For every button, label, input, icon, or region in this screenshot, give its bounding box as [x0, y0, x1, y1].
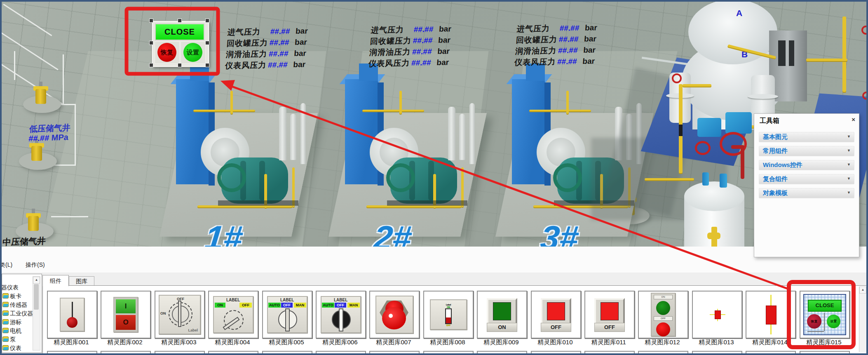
palette-item-015[interactable]: CLOSE 恢复 设置	[800, 291, 850, 339]
palette-item-next-row[interactable]	[101, 351, 151, 354]
toolbox-close-icon[interactable]: ×	[852, 116, 855, 123]
folder-icon	[3, 294, 9, 299]
palette-item-next-row[interactable]	[746, 351, 796, 354]
palette-item-011[interactable]: OFF	[584, 291, 635, 339]
selection-handle[interactable]	[149, 41, 153, 45]
selection-handle[interactable]	[178, 63, 182, 67]
palette-item-next-row[interactable]	[155, 351, 205, 354]
toolbox-item-1[interactable]: 常用组件▼	[759, 146, 854, 156]
palette-item-next-row[interactable]	[423, 351, 474, 354]
pressure-value: ##.##	[413, 36, 436, 45]
palette-item-next-row[interactable]	[531, 351, 581, 354]
palette-item-008[interactable]: LabelONOFFLabelONOFFLabelONOFFLabelONOFF	[423, 291, 474, 339]
palette-item-next-row[interactable]	[477, 351, 527, 354]
close-button[interactable]: CLOSE	[155, 24, 204, 40]
palette-item-next-row[interactable]	[262, 351, 312, 354]
yellow-pipe	[683, 84, 711, 87]
blue-pump	[725, 112, 752, 134]
dropdown-arrow-icon: ▼	[847, 176, 851, 181]
restore-cell: 恢复	[155, 41, 180, 64]
palette-item-009[interactable]: ON	[477, 291, 527, 339]
palette-item-label: 精灵图库008	[420, 339, 475, 346]
tree-item-6[interactable]: 仪表	[3, 345, 21, 353]
tree-scrollbar[interactable]: ▲	[33, 276, 40, 350]
scrollbar-thumb[interactable]	[34, 284, 39, 310]
palette-item-001[interactable]	[47, 291, 97, 339]
scene-3d-view[interactable]: 低压储气井 ##.## MPa 中压储气井 1# 2	[2, 2, 866, 247]
placed-close-widget[interactable]: CLOSE 恢复 设置	[152, 21, 209, 67]
red-pipe	[731, 145, 744, 149]
palette-item-next-row[interactable]	[638, 351, 688, 354]
gray-vessel	[448, 107, 455, 160]
palette-item-next-row[interactable]	[369, 351, 420, 354]
palette-item-010[interactable]: OFF	[531, 291, 581, 339]
palette-item-next-row[interactable]	[692, 351, 742, 354]
pressure-row: 回收罐压力##.## bar	[370, 35, 451, 47]
compressor-skid: 2#	[338, 63, 486, 247]
tank-a-letter: A	[736, 8, 742, 18]
selection-handle[interactable]	[205, 19, 209, 23]
toolbox-panel: 工具箱 × 基本图元▼常用组件▼Windows控件▼复合组件▼对象模板▼	[754, 113, 859, 257]
menu-operate[interactable]: 操作(S)	[26, 261, 45, 269]
selection-handle[interactable]	[205, 63, 209, 67]
palette-content: 精灵图库001IO精灵图库002 OFF ON Label 精灵图库003 LA…	[42, 285, 868, 354]
push-button-icon: OFF	[541, 298, 571, 323]
yellow-pipe	[566, 91, 569, 115]
compressor-number: 1#	[203, 219, 244, 247]
palette-item-next-row[interactable]	[208, 351, 258, 354]
gray-vessel	[290, 114, 296, 160]
skid-base	[218, 200, 298, 206]
coupling-ring	[217, 163, 246, 192]
tree-item-4[interactable]: 电机	[3, 327, 21, 336]
gray-vessel	[469, 103, 475, 164]
compressor-number: 3#	[539, 219, 580, 247]
palette-item-014[interactable]	[746, 291, 796, 339]
scroll-up-icon: ▲	[35, 278, 38, 282]
scroll-up-button[interactable]: ▲	[33, 277, 40, 284]
selection-handle[interactable]	[149, 19, 153, 23]
pressure-label: 润滑油压力	[515, 45, 558, 57]
palette-item-label: 精灵图库005	[259, 339, 314, 346]
menu-category[interactable]: 分类(L)	[0, 261, 12, 269]
tree-item-0[interactable]: 板卡	[3, 293, 21, 301]
selection-handle[interactable]	[205, 41, 209, 45]
set-button[interactable]: 设置	[183, 43, 202, 62]
yellow-pipe	[842, 16, 846, 93]
tree-item-1[interactable]: 传感器	[3, 301, 27, 310]
tree-item-3[interactable]: 游标	[3, 319, 21, 327]
pressure-block-3: 进气压力##.## bar回收罐压力##.## bar润滑油压力##.## ba…	[514, 22, 597, 68]
tab-gallery[interactable]: 图库	[69, 276, 94, 286]
restore-button[interactable]: 恢复	[157, 43, 176, 62]
selection-handle[interactable]	[178, 19, 182, 23]
gray-vessel	[279, 107, 286, 160]
tab-components[interactable]: 组件	[42, 275, 69, 286]
palette-item-003[interactable]: OFF ON Label	[155, 291, 205, 339]
toolbox-item-0[interactable]: 基本图元▼	[759, 132, 854, 142]
palette-scrollbar[interactable]: ▲	[859, 287, 866, 352]
palette-item-next-row[interactable]	[800, 351, 850, 354]
toolbox-item-3[interactable]: 复合组件▼	[759, 174, 854, 184]
tree-root[interactable]: 仪器仪表	[2, 284, 19, 292]
palette-item-013[interactable]	[692, 291, 742, 339]
tree-item-2[interactable]: 工业仪器	[3, 310, 33, 318]
palette-item-004[interactable]: LABEL ON OFF	[208, 291, 258, 339]
tree-item-5[interactable]: 泵	[3, 336, 16, 344]
palette-item-002[interactable]: IO	[101, 291, 151, 339]
palette-item-next-row[interactable]	[584, 351, 635, 354]
palette-item-007[interactable]	[369, 291, 420, 339]
compressor-skid: 1#	[169, 63, 317, 247]
palette-item-006[interactable]: LABEL AUTO OFF MAN	[316, 291, 366, 339]
palette-item-label: 精灵图库004	[205, 339, 260, 346]
close-widget-icon: CLOSE 恢复 设置	[803, 294, 846, 335]
palette-item-next-row[interactable]	[316, 351, 366, 354]
toolbox-item-2[interactable]: Windows控件▼	[759, 160, 854, 170]
pressure-value: ##.##	[558, 46, 582, 55]
palette-item-005[interactable]: LABEL AUTO OFF MAN	[262, 291, 312, 339]
selection-handle[interactable]	[149, 63, 153, 67]
scroll-up-button[interactable]: ▲	[859, 287, 866, 294]
category-tree[interactable]: 仪器仪表板卡传感器工业仪器游标电机泵仪表 ▲	[2, 274, 42, 353]
palette-item-012[interactable]: ON OFF	[638, 291, 688, 339]
toolbox-item-4[interactable]: 对象模板▼	[759, 188, 854, 198]
push-button-icon: OFF	[594, 298, 625, 323]
palette-item-next-row[interactable]	[47, 351, 97, 354]
